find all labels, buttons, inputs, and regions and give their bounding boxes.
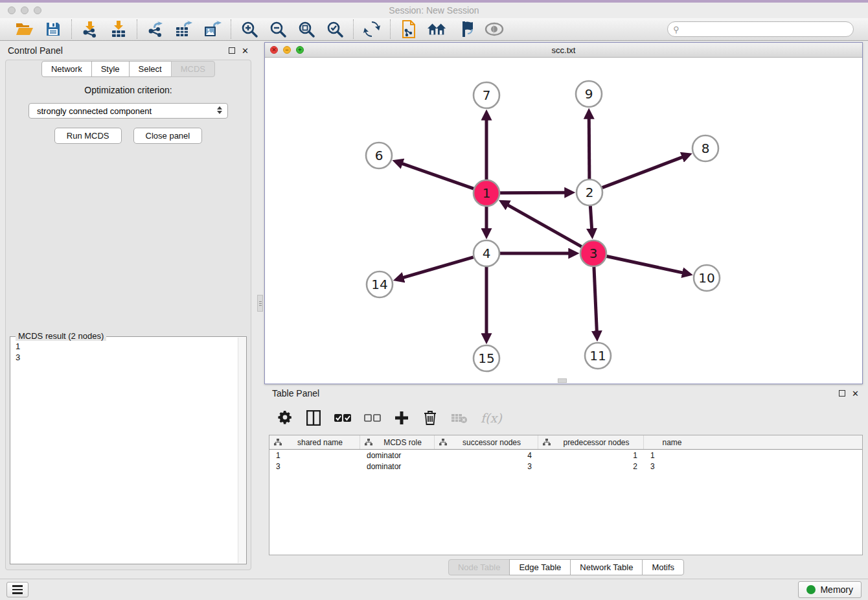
table-row[interactable]: 3dominator323: [269, 461, 862, 472]
save-session-icon[interactable]: [43, 19, 63, 39]
column-header-MCDS-role[interactable]: MCDS role: [360, 435, 435, 449]
criterion-select[interactable]: strongly connected component: [29, 103, 228, 119]
edge-3-11[interactable]: [594, 267, 597, 332]
network-from-file-icon[interactable]: [399, 19, 418, 39]
select-all-rows-icon[interactable]: [334, 410, 351, 426]
window-title: Session: New Session: [0, 5, 868, 16]
float-panel-icon[interactable]: [229, 47, 235, 55]
function-builder-icon: f(x): [481, 410, 502, 426]
node-label: 8: [702, 141, 710, 156]
select-arrows-icon: [217, 106, 222, 114]
zoom-in-icon[interactable]: [240, 19, 259, 39]
column-header-name[interactable]: name: [644, 435, 698, 449]
tab-network[interactable]: Network: [41, 61, 92, 77]
memory-button[interactable]: Memory: [798, 581, 862, 598]
node-14[interactable]: 14: [367, 271, 393, 297]
show-hide-eye-icon[interactable]: [485, 19, 504, 39]
table-cell: [698, 461, 862, 472]
mcds-result-title: MCDS result (2 nodes): [16, 331, 106, 341]
node-3[interactable]: 3: [580, 240, 606, 266]
node-15[interactable]: 15: [474, 345, 499, 371]
table-cell: 1: [538, 450, 644, 461]
tab-edge-table[interactable]: Edge Table: [509, 559, 571, 575]
mcds-result-lines[interactable]: 13: [10, 337, 246, 363]
node-label: 10: [698, 270, 714, 286]
network-view-window: ✕ − + scc.txt 7968124314101511: [264, 42, 863, 384]
node-11[interactable]: 11: [585, 343, 611, 369]
network-graph[interactable]: 7968124314101511: [265, 58, 862, 384]
edge-1-2[interactable]: [500, 192, 565, 193]
table-body: 1dominator4113dominator323: [269, 450, 862, 472]
search-field[interactable]: ⚲: [667, 21, 854, 37]
table-cell: 1: [269, 450, 360, 461]
node-7[interactable]: 7: [474, 82, 499, 108]
export-table-icon[interactable]: [174, 19, 194, 39]
view-resize-handle[interactable]: [558, 378, 567, 383]
search-input[interactable]: [680, 23, 853, 36]
unselect-all-rows-icon[interactable]: [364, 410, 381, 426]
node-9[interactable]: 9: [576, 81, 602, 107]
column-header-predecessor-nodes[interactable]: predecessor nodes: [538, 435, 644, 449]
show-panels-list-icon[interactable]: [6, 582, 29, 597]
mcds-panel: Optimization criterion: strongly connect…: [5, 60, 251, 570]
tab-select[interactable]: Select: [129, 61, 172, 77]
table-panel-title: Table Panel: [272, 388, 319, 398]
edge-4-14[interactable]: [403, 257, 474, 278]
panel-divider-handle[interactable]: [257, 295, 263, 312]
edge-2-8[interactable]: [602, 157, 683, 187]
tab-node-table[interactable]: Node Table: [448, 559, 510, 575]
node-10[interactable]: 10: [694, 265, 720, 291]
show-column-icon[interactable]: [306, 410, 321, 426]
import-table-icon[interactable]: [109, 19, 128, 39]
tab-style[interactable]: Style: [91, 61, 130, 77]
export-network-icon[interactable]: [146, 19, 165, 39]
tab-mcds[interactable]: MCDS: [171, 61, 215, 77]
network-canvas[interactable]: 7968124314101511: [265, 58, 862, 384]
table-header-row: shared nameMCDS rolesuccessor nodesprede…: [269, 435, 862, 450]
table-cell: dominator: [360, 461, 435, 472]
apply-layout-icon[interactable]: [362, 19, 382, 39]
edge-2-3[interactable]: [590, 206, 591, 229]
zoom-out-icon[interactable]: [268, 19, 288, 39]
edge-1-6[interactable]: [402, 163, 474, 189]
edge-2-9[interactable]: [589, 118, 589, 179]
result-scrollbar[interactable]: [238, 338, 246, 563]
node-table: shared nameMCDS rolesuccessor nodesprede…: [269, 435, 863, 555]
close-table-panel-icon[interactable]: ✕: [852, 389, 859, 398]
node-6[interactable]: 6: [366, 143, 392, 168]
titlebar: Session: New Session: [0, 3, 868, 18]
criterion-value: strongly connected component: [37, 106, 152, 116]
attribute-type-icon: [274, 439, 282, 446]
tab-motifs[interactable]: Motifs: [642, 559, 684, 575]
zoom-selected-icon[interactable]: [325, 19, 345, 39]
delete-column-icon[interactable]: [451, 410, 468, 426]
node-label: 14: [371, 277, 387, 292]
float-table-panel-icon[interactable]: [839, 389, 845, 398]
show-hide-details-icon[interactable]: [456, 19, 475, 39]
table-cell: dominator: [360, 450, 435, 461]
column-header-successor-nodes[interactable]: successor nodes: [435, 435, 538, 449]
import-network-icon[interactable]: [80, 19, 100, 39]
add-icon[interactable]: [394, 410, 409, 426]
result-line: 3: [16, 352, 246, 363]
network-view-title: scc.txt: [265, 45, 862, 55]
settings-gear-icon[interactable]: [277, 410, 293, 426]
close-panel-icon[interactable]: ✕: [242, 47, 249, 55]
first-neighbors-icon[interactable]: [428, 19, 447, 39]
zoom-fit-icon[interactable]: [297, 19, 316, 39]
open-file-icon[interactable]: [15, 19, 34, 39]
column-header-shared-name[interactable]: shared name: [269, 435, 360, 449]
tab-network-table[interactable]: Network Table: [570, 559, 643, 575]
close-panel-button[interactable]: Close panel: [133, 128, 203, 144]
edge-3-1[interactable]: [507, 205, 581, 247]
table-row[interactable]: 1dominator411: [269, 450, 862, 461]
node-4[interactable]: 4: [474, 240, 499, 266]
run-mcds-button[interactable]: Run MCDS: [54, 128, 122, 144]
memory-status-icon: [806, 585, 816, 594]
node-1[interactable]: 1: [474, 180, 499, 206]
export-image-icon[interactable]: [203, 19, 222, 39]
node-2[interactable]: 2: [577, 179, 602, 205]
edge-3-10[interactable]: [607, 256, 683, 273]
node-8[interactable]: 8: [692, 135, 718, 161]
delete-icon[interactable]: [422, 410, 438, 426]
